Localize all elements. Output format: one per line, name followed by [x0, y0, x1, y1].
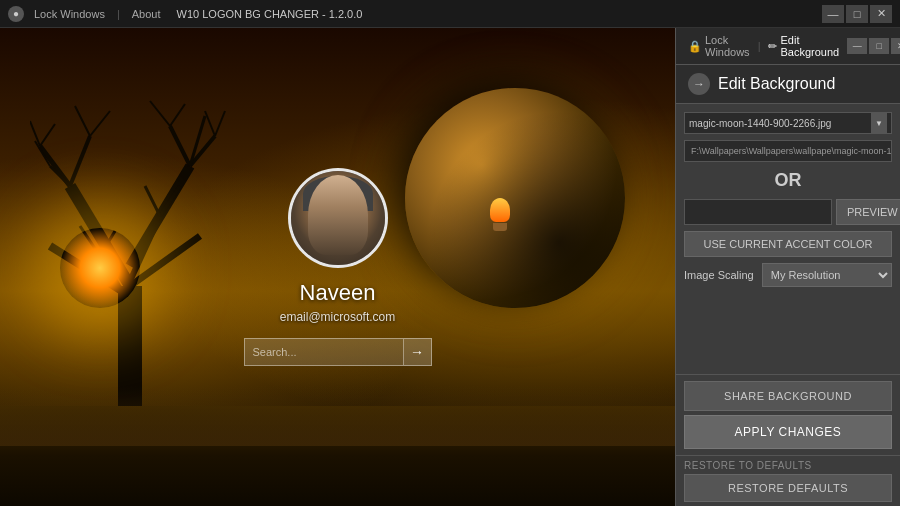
lock-windows-label: Lock Windows	[705, 34, 750, 58]
scaling-label: Image Scaling	[684, 269, 754, 281]
scaling-select[interactable]: My Resolution Fill Fit Stretch Center Sp…	[762, 263, 892, 287]
restore-section: RESTORE TO DEFAULTS RESTORE DEFAULTS	[676, 455, 900, 506]
restore-defaults-button[interactable]: RESTORE DEFAULTS	[684, 474, 892, 502]
restore-label: RESTORE TO DEFAULTS	[684, 460, 892, 471]
share-background-button[interactable]: SHARE BACKGROUND	[684, 381, 892, 411]
user-email: email@microsoft.com	[280, 310, 396, 324]
lock-icon: 🔒	[688, 40, 702, 53]
right-bottom: SHARE BACKGROUND APPLY CHANGES	[676, 374, 900, 455]
spacer	[684, 293, 892, 366]
file-name-text: magic-moon-1440-900-2266.jpg	[689, 118, 871, 129]
face-shape	[308, 175, 368, 255]
color-input[interactable]	[684, 199, 832, 225]
file-scroll-button[interactable]: ▼	[871, 113, 887, 133]
password-input[interactable]	[244, 338, 404, 366]
menu-about[interactable]: About	[128, 8, 165, 20]
title-bar: ● Lock Windows | About W10 LOGON BG CHAN…	[0, 0, 900, 28]
accent-color-button[interactable]: USE CURRENT ACCENT COLOR	[684, 231, 892, 257]
menu-divider: |	[113, 8, 124, 20]
nav-edit-background[interactable]: ✏ Edit Background	[764, 32, 843, 60]
preview-button[interactable]: PREVIEW	[836, 199, 900, 225]
minimize-button[interactable]: —	[822, 5, 844, 23]
panel-close-button[interactable]: ✕	[891, 38, 900, 54]
right-content: magic-moon-1440-900-2266.jpg ▼ F:\Wallpa…	[676, 104, 900, 374]
nav-divider: |	[758, 40, 761, 52]
app-icon: ●	[8, 6, 24, 22]
file-path-full: F:\Wallpapers\Wallpapers\wallpape\magic-…	[684, 140, 892, 162]
maximize-button[interactable]: □	[846, 5, 868, 23]
scaling-row: Image Scaling My Resolution Fill Fit Str…	[684, 263, 892, 287]
password-row: →	[244, 338, 432, 366]
menu-bar: Lock Windows | About	[30, 8, 165, 20]
file-path-short: magic-moon-1440-900-2266.jpg ▼	[684, 112, 892, 134]
header-title: Edit Background	[718, 75, 835, 93]
submit-button[interactable]: →	[404, 338, 432, 366]
user-name: Naveen	[300, 280, 376, 306]
color-preview-row: PREVIEW	[684, 199, 892, 225]
right-header: → Edit Background	[676, 65, 900, 104]
menu-app-settings[interactable]: Lock Windows	[30, 8, 109, 20]
panel-minimize-button[interactable]: —	[847, 38, 867, 54]
apply-changes-button[interactable]: APPLY CHANGES	[684, 415, 892, 449]
app-title: W10 LOGON BG CHANGER - 1.2.0.0	[177, 8, 822, 20]
right-nav: 🔒 Lock Windows | ✏ Edit Background — □ ✕	[676, 28, 900, 65]
main-layout: Naveen email@microsoft.com → 🔒 Lock Wind…	[0, 28, 900, 506]
avatar-image	[291, 171, 385, 265]
close-button[interactable]: ✕	[870, 5, 892, 23]
avatar	[288, 168, 388, 268]
preview-panel: Naveen email@microsoft.com →	[0, 28, 675, 506]
window-controls: — □ ✕	[822, 5, 892, 23]
header-icon: →	[688, 73, 710, 95]
login-overlay: Naveen email@microsoft.com →	[0, 28, 675, 506]
panel-maximize-button[interactable]: □	[869, 38, 889, 54]
or-text: OR	[684, 168, 892, 193]
edit-background-label: Edit Background	[780, 34, 839, 58]
nav-lock-windows[interactable]: 🔒 Lock Windows	[684, 32, 754, 60]
right-panel: 🔒 Lock Windows | ✏ Edit Background — □ ✕…	[675, 28, 900, 506]
edit-icon: ✏	[768, 40, 777, 53]
